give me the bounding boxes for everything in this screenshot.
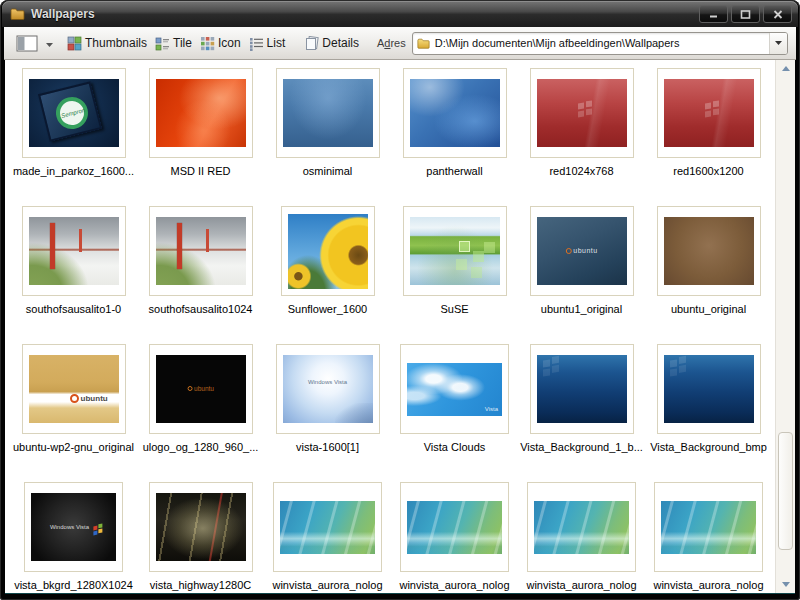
wallpaper-thumbnail	[156, 217, 246, 285]
tile-view-icon	[155, 36, 170, 51]
wallpaper-thumbnail	[280, 501, 375, 554]
file-label: southofsausalito1024	[149, 303, 253, 315]
panes-dropdown-chevron[interactable]	[46, 34, 53, 52]
wallpaper-thumbnail	[283, 79, 373, 147]
app-window: Wallpapers	[0, 0, 800, 600]
file-label: Sunflower_1600	[288, 303, 368, 315]
file-item[interactable]: Vista_Background_bmp	[645, 344, 772, 482]
details-view-icon	[303, 36, 319, 51]
thumbnail-frame	[281, 206, 375, 296]
thumbnail-overlay-text: ubuntu	[70, 394, 108, 403]
file-label: SuSE	[440, 303, 468, 315]
file-label: ubuntu-wp2-gnu_original	[13, 441, 134, 453]
file-label: MSD II RED	[171, 165, 231, 177]
file-item[interactable]: VistaVista Clouds	[391, 344, 518, 482]
file-item[interactable]: red1600x1200	[645, 68, 772, 206]
wallpaper-thumbnail	[410, 217, 500, 285]
thumbnail-overlay-text: Windows Vista	[308, 379, 347, 385]
file-item[interactable]: Sunflower_1600	[264, 206, 391, 344]
thumbnail-frame: ubuntu	[530, 206, 634, 296]
thumbnail-frame: ubuntu	[149, 344, 253, 434]
panes-toggle-button[interactable]	[12, 32, 42, 55]
wallpaper-thumbnail: Vista	[407, 363, 502, 416]
file-item[interactable]: osminimal	[264, 68, 391, 206]
wallpaper-thumbnail	[537, 355, 627, 423]
file-label: ubuntu1_original	[541, 303, 622, 315]
view-label-icon: Icon	[218, 36, 241, 50]
file-item[interactable]: SuSE	[391, 206, 518, 344]
chevron-down-icon	[46, 43, 53, 48]
wallpaper-thumbnail	[410, 79, 500, 147]
file-item[interactable]: Windows Vistavista-1600[1]	[264, 344, 391, 482]
address-dropdown-button[interactable]	[769, 33, 787, 54]
thumbnail-frame: ubuntu	[22, 344, 126, 434]
close-icon	[773, 10, 783, 19]
address-folder-icon	[417, 38, 430, 49]
file-item[interactable]: red1024x768	[518, 68, 645, 206]
view-button-details[interactable]: Details	[299, 33, 363, 54]
view-button-icon[interactable]: Icon	[196, 33, 245, 54]
thumbnail-frame	[654, 482, 763, 572]
thumbnail-frame	[530, 344, 634, 434]
file-item[interactable]: Sempronmade_in_parkoz_1600...	[10, 68, 137, 206]
file-item[interactable]: Windows Vistavista_bkgrd_1280X1024	[10, 482, 137, 593]
file-label: pantherwall	[426, 165, 482, 177]
wallpaper-thumbnail	[407, 501, 502, 554]
minimize-button[interactable]	[699, 5, 728, 23]
thumbnail-overlay-text: ubuntu	[565, 247, 597, 254]
maximize-button[interactable]	[731, 5, 760, 23]
wallpaper-thumbnail: ubuntu	[29, 355, 119, 423]
file-item[interactable]: Vista_Background_1_b...	[518, 344, 645, 482]
wallpaper-thumbnail: Windows Vista	[283, 355, 373, 423]
thumbnail-overlay-text: Windows Vista	[50, 524, 97, 530]
file-item[interactable]: winvista_aurora_nolog	[264, 482, 391, 593]
thumbnail-frame: Vista	[400, 344, 509, 434]
scroll-up-button[interactable]	[776, 60, 795, 77]
scrollbar-thumb[interactable]	[778, 432, 793, 550]
address-bar[interactable]: D:\Mijn documenten\Mijn afbeeldingen\Wal…	[412, 32, 788, 55]
file-label: Vista_Background_bmp	[650, 441, 767, 453]
view-button-list[interactable]: List	[245, 33, 290, 54]
wallpaper-thumbnail	[664, 79, 754, 147]
view-button-thumbnails[interactable]: Thumbnails	[63, 33, 151, 54]
file-label: osminimal	[303, 165, 353, 177]
window-title: Wallpapers	[31, 7, 95, 21]
thumbnail-frame	[149, 68, 253, 158]
thumbnail-overlay-text: Sempron	[61, 107, 86, 119]
file-item[interactable]: ubuntuubuntu1_original	[518, 206, 645, 344]
file-label: red1024x768	[549, 165, 613, 177]
file-item[interactable]: ubuntu_original	[645, 206, 772, 344]
file-item[interactable]: pantherwall	[391, 68, 518, 206]
file-item[interactable]: ubuntuulogo_og_1280_960_...	[137, 344, 264, 482]
address-path[interactable]: D:\Mijn documenten\Mijn afbeeldingen\Wal…	[435, 37, 769, 49]
wallpaper-thumbnail: Sempron	[29, 79, 119, 147]
thumbnail-overlay-text: ubuntu	[187, 386, 214, 393]
file-item[interactable]: winvista_aurora_nolog	[391, 482, 518, 593]
wallpaper-thumbnail	[537, 79, 627, 147]
maximize-icon	[740, 10, 751, 19]
file-item[interactable]: MSD II RED	[137, 68, 264, 206]
folder-icon	[10, 8, 25, 20]
file-label: ubuntu_original	[671, 303, 746, 315]
file-item[interactable]: vista_highway1280C	[137, 482, 264, 593]
vertical-scrollbar[interactable]	[775, 60, 795, 593]
file-item[interactable]: ubuntuubuntu-wp2-gnu_original	[10, 344, 137, 482]
file-label: vista_bkgrd_1280X1024	[14, 579, 133, 591]
scroll-down-button[interactable]	[776, 576, 795, 593]
wallpaper-thumbnail	[534, 501, 629, 554]
file-item[interactable]: southofsausalito1-0	[10, 206, 137, 344]
view-button-tile[interactable]: Tile	[151, 33, 196, 54]
file-item[interactable]: southofsausalito1024	[137, 206, 264, 344]
thumbnail-frame	[273, 482, 382, 572]
thumbnail-frame	[149, 206, 253, 296]
wallpaper-thumbnail	[29, 217, 119, 285]
title-bar[interactable]: Wallpapers	[2, 1, 798, 27]
close-button[interactable]	[763, 5, 792, 23]
file-item[interactable]: winvista_aurora_nolog	[518, 482, 645, 593]
view-label-details: Details	[322, 36, 359, 50]
thumbnail-frame	[657, 68, 761, 158]
file-item[interactable]: winvista_aurora_nolog	[645, 482, 772, 593]
file-label: vista-1600[1]	[296, 441, 359, 453]
list-view-icon	[249, 36, 264, 51]
panes-icon	[16, 35, 38, 52]
